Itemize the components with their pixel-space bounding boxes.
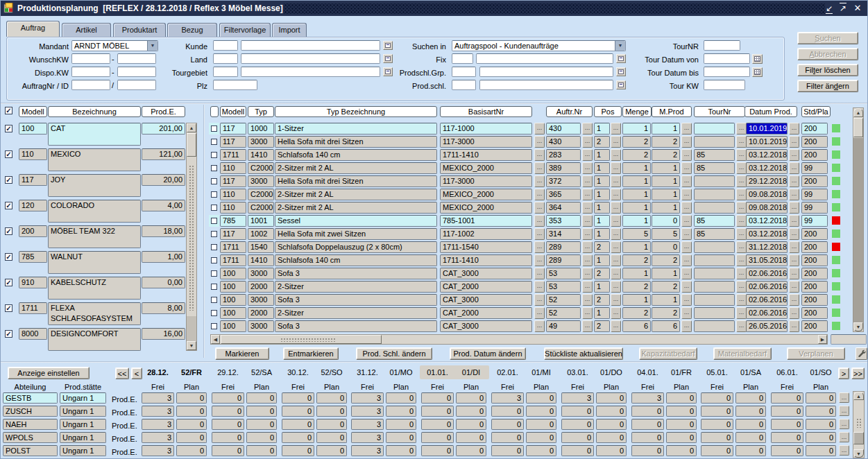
right-grid-lov-button[interactable]: ... xyxy=(534,123,545,135)
schedule-prodstaette-cell[interactable]: Ungarn 1 xyxy=(60,406,106,417)
right-grid-auftrnr-cell[interactable]: 364 xyxy=(546,202,581,214)
materialbedarf-button[interactable]: Materialbedarf xyxy=(713,347,772,360)
left-grid-modell-cell[interactable]: 910 xyxy=(19,277,47,288)
prodschlgrp-lov-button[interactable] xyxy=(616,67,626,76)
right-grid-lov-button[interactable]: ... xyxy=(789,175,799,187)
right-grid-typ-bezeichnung-cell[interactable]: Sofa 3 xyxy=(275,320,437,332)
left-grid-row-checkbox[interactable]: ✓ xyxy=(5,227,12,235)
right-grid-pos-cell[interactable]: 1 xyxy=(594,215,610,227)
right-grid-std-cell[interactable]: 200 xyxy=(801,123,828,135)
dispokw-von-field[interactable] xyxy=(71,67,110,77)
next-button[interactable]: > xyxy=(838,367,849,379)
schedule-lov-button[interactable]: ... xyxy=(839,406,849,416)
abbrechen-button[interactable]: Abbrechen xyxy=(797,48,858,60)
day-week-header[interactable]: 01/SA xyxy=(735,368,766,377)
left-grid-modell-cell[interactable]: 785 xyxy=(19,251,47,263)
right-grid-pos-cell[interactable]: 1 xyxy=(594,281,610,293)
right-grid-datum-cell[interactable]: 31.05.2018 xyxy=(746,254,788,266)
right-grid-mprod-cell[interactable]: 2 xyxy=(652,149,680,161)
right-grid-typ-bezeichnung-cell[interactable]: 2-Sitzer mit 2 AL xyxy=(275,202,437,214)
schedule-frei-cell[interactable]: 0 xyxy=(771,432,803,443)
right-grid-datum-cell[interactable]: 31.12.2018 xyxy=(746,241,788,253)
schedule-plan-cell[interactable]: 0 xyxy=(316,392,347,404)
day-date-header[interactable]: 28.12. xyxy=(142,368,174,377)
right-grid-pos-cell[interactable]: 1 xyxy=(594,189,610,200)
schedule-lov-button[interactable]: ... xyxy=(839,392,849,403)
tour-datum-bis-field[interactable] xyxy=(704,67,750,77)
schedule-frei-cell[interactable]: 0 xyxy=(282,432,314,443)
right-grid-tournr-cell[interactable] xyxy=(694,202,735,214)
auftragnr-field[interactable] xyxy=(71,80,110,90)
right-grid-datum-cell[interactable]: 26.05.2016 xyxy=(746,320,788,332)
right-grid-lov-button[interactable]: ... xyxy=(611,175,621,187)
right-grid-lov-button[interactable]: ... xyxy=(736,281,747,293)
right-grid-datum-cell[interactable]: 03.12.2018 xyxy=(746,162,788,174)
wunschkw-bis-field[interactable] xyxy=(117,53,156,64)
right-grid-header-auftr-nr[interactable]: Auftr.Nr xyxy=(546,106,593,117)
minimize-button[interactable]: ↙ xyxy=(823,2,835,15)
right-grid-mprod-cell[interactable]: 2 xyxy=(652,281,680,293)
schedule-scrollbar[interactable]: ▲▼ xyxy=(853,391,865,458)
schedule-plan-cell[interactable]: 0 xyxy=(735,419,766,430)
right-grid-auftrnr-cell[interactable]: 53 xyxy=(546,281,581,293)
tour-datum-von-field[interactable] xyxy=(704,53,750,64)
left-grid-bezeichnung-cell[interactable]: FLEXA SCHLAFSOFASYSTEM xyxy=(48,302,141,325)
prodschlgrp-nr-field[interactable] xyxy=(452,67,476,77)
right-grid-lov-button[interactable]: ... xyxy=(611,254,621,266)
right-grid-typ-bezeichnung-cell[interactable]: 1-Sitzer xyxy=(275,123,437,135)
schedule-frei-cell[interactable]: 0 xyxy=(701,432,733,443)
day-date-header[interactable]: 06.01. xyxy=(771,368,803,377)
prev-button[interactable]: < xyxy=(131,367,142,379)
right-grid-auftrnr-cell[interactable]: 52 xyxy=(546,294,581,306)
right-grid-lov-button[interactable]: ... xyxy=(736,268,747,279)
schedule-frei-cell[interactable]: 3 xyxy=(142,406,174,417)
right-grid-lov-button[interactable]: ... xyxy=(582,254,593,266)
right-grid-pos-cell[interactable]: 1 xyxy=(594,307,610,319)
right-grid-basisartnr-cell[interactable]: 117-1002 xyxy=(440,228,532,240)
tab-filtervorlage[interactable]: Filtervorlage xyxy=(219,23,271,37)
scroll-up-icon[interactable]: ▲ xyxy=(853,392,864,400)
right-grid-header-modell[interactable]: Modell xyxy=(220,106,246,117)
schedule-plan-cell[interactable]: 0 xyxy=(735,392,766,404)
right-grid-menge-cell[interactable]: 1 xyxy=(622,215,651,227)
suchen-button[interactable]: Suchen xyxy=(797,32,858,44)
schedule-plan-cell[interactable]: 0 xyxy=(456,419,486,430)
schedule-plan-cell[interactable]: 0 xyxy=(386,419,416,430)
right-grid-basisartnr-cell[interactable]: 785-1001 xyxy=(440,215,532,227)
right-grid-lov-button[interactable]: ... xyxy=(681,228,692,240)
schedule-plan-cell[interactable]: 0 xyxy=(456,392,486,404)
schedule-plan-cell[interactable]: 0 xyxy=(386,432,416,443)
schedule-plan-cell[interactable]: 0 xyxy=(456,445,486,456)
left-grid-prode-cell[interactable]: 16,00 xyxy=(142,328,185,340)
right-grid-pos-cell[interactable]: 2 xyxy=(594,294,610,306)
schedule-frei-cell[interactable]: 0 xyxy=(771,419,803,430)
schedule-plan-cell[interactable]: 0 xyxy=(246,432,277,443)
schedule-frei-cell[interactable]: 0 xyxy=(701,419,733,430)
schedule-frei-cell[interactable]: 0 xyxy=(421,419,454,430)
left-grid-row-checkbox[interactable]: ✓ xyxy=(5,150,12,158)
scrollbar-thumb[interactable] xyxy=(187,133,196,157)
right-grid-header-typ[interactable]: Typ xyxy=(248,106,274,117)
right-grid-lov-button[interactable]: ... xyxy=(582,228,593,240)
schedule-frei-cell[interactable]: 0 xyxy=(421,406,454,417)
right-grid-std-cell[interactable]: 200 xyxy=(801,136,828,148)
right-grid-mprod-cell[interactable]: 0 xyxy=(652,241,680,253)
right-grid-typ-cell[interactable]: 1410 xyxy=(248,149,274,161)
right-grid-lov-button[interactable]: ... xyxy=(789,202,799,214)
left-grid-prode-cell[interactable]: 4,00 xyxy=(142,200,185,211)
schedule-frei-cell[interactable]: 3 xyxy=(351,432,384,443)
schedule-frei-cell[interactable]: 0 xyxy=(212,432,244,443)
schedule-plan-cell[interactable]: 0 xyxy=(666,392,697,404)
right-grid-lov-button[interactable]: ... xyxy=(534,307,545,319)
right-grid-auftrnr-cell[interactable]: 430 xyxy=(546,136,581,148)
right-grid-lov-button[interactable]: ... xyxy=(681,136,692,148)
right-grid-lov-button[interactable]: ... xyxy=(534,241,545,253)
right-grid-lov-button[interactable]: ... xyxy=(582,189,593,200)
entmarkieren-button[interactable]: Entmarkieren xyxy=(283,347,339,360)
schedule-plan-cell[interactable]: 0 xyxy=(316,419,347,430)
right-grid-tournr-cell[interactable] xyxy=(694,320,735,332)
right-grid-lov-button[interactable]: ... xyxy=(582,123,593,135)
right-grid-typ-bezeichnung-cell[interactable]: Sessel xyxy=(275,215,437,227)
right-grid-menge-cell[interactable]: 2 xyxy=(622,307,651,319)
right-grid-menge-cell[interactable]: 2 xyxy=(622,254,651,266)
